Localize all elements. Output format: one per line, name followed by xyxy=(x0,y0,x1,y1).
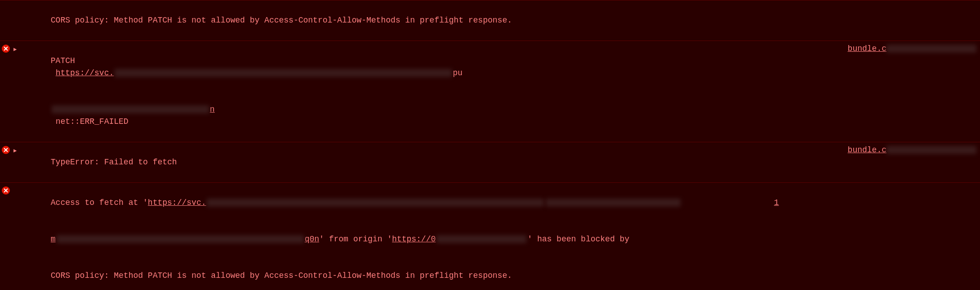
request-url-line2[interactable]: n xyxy=(51,105,215,114)
icon-col xyxy=(2,144,11,154)
net-error: net::ERR_FAILED xyxy=(56,117,129,126)
console-panel: CORS policy: Method PATCH is not allowed… xyxy=(0,0,980,290)
error-icon xyxy=(2,45,10,53)
console-error-row[interactable]: CORS policy: Method PATCH is not allowed… xyxy=(0,0,980,41)
source-link[interactable]: bundle.c xyxy=(839,43,976,55)
icon-col xyxy=(2,185,11,195)
console-error-row[interactable]: Access to fetch at 'https://svc. 1 mq0n'… xyxy=(0,182,980,290)
source-link[interactable]: bundle.c xyxy=(839,144,976,156)
icon-col xyxy=(2,43,11,53)
error-message: Access to fetch at 'https://svc. 1 mq0n'… xyxy=(22,185,976,290)
icon-col xyxy=(2,2,11,4)
cors-text: CORS policy: Method PATCH is not allowed… xyxy=(51,271,512,280)
error-message: TypeError: Failed to fetch xyxy=(22,144,836,181)
console-error-row[interactable]: ▶ TypeError: Failed to fetch bundle.c xyxy=(0,142,980,182)
http-method: PATCH xyxy=(51,56,75,65)
disclosure-triangle-icon[interactable]: ▶ xyxy=(13,43,19,54)
console-error-row[interactable]: ▶ PATCH https://svc.pu n net::ERR_FAILED… xyxy=(0,41,980,142)
cors-text: CORS policy: Method PATCH is not allowed… xyxy=(51,16,512,25)
error-message: CORS policy: Method PATCH is not allowed… xyxy=(22,2,976,39)
origin-url[interactable]: https://0 xyxy=(392,235,527,244)
disclosure-triangle-icon[interactable]: ▶ xyxy=(13,144,19,155)
error-icon xyxy=(2,186,10,195)
request-url[interactable]: https://svc. xyxy=(56,68,453,77)
error-message: PATCH https://svc.pu n net::ERR_FAILED xyxy=(22,43,836,140)
source-line[interactable]: 1 xyxy=(774,198,779,207)
request-url[interactable]: https://svc. xyxy=(148,198,682,207)
error-icon xyxy=(2,146,10,154)
